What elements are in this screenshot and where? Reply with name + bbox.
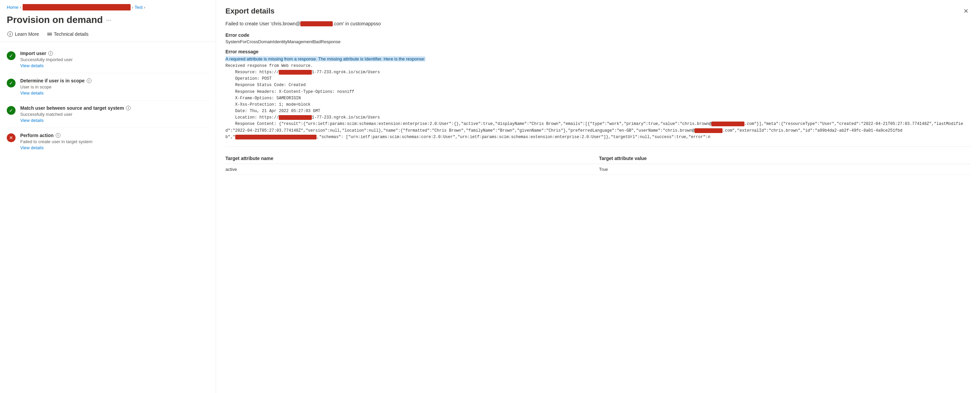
attribute-table: Target attribute name Target attribute v… — [226, 153, 970, 175]
lines-icon — [47, 33, 52, 36]
step-info-icon-4[interactable]: i — [56, 133, 60, 138]
panel-header: Export details ✕ — [226, 7, 970, 16]
email-redacted-2 — [695, 128, 722, 133]
breadcrumb-redacted — [22, 4, 130, 11]
technical-details-label: Technical details — [54, 32, 89, 37]
step-link-1[interactable]: View details — [20, 63, 73, 68]
col-header-value: Target attribute value — [599, 153, 970, 164]
step-content-3: Match user between source and target sys… — [20, 105, 130, 123]
step-desc-1: Successfully imported user — [20, 57, 73, 62]
step-title-4: Perform action i — [20, 133, 92, 138]
step-import-user: ✓ Import user i Successfully imported us… — [7, 46, 209, 73]
step-desc-2: User is in scope — [20, 84, 91, 89]
error-summary-prefix: Failed to create User 'chris.brown@ — [226, 21, 300, 26]
attr-table-body: active True — [226, 164, 970, 175]
attribute-table-section: Target attribute name Target attribute v… — [226, 153, 970, 175]
error-code-label: Error code — [226, 32, 970, 38]
step-title-3: Match user between source and target sys… — [20, 105, 130, 111]
step-content-2: Determine if user is in scope i User is … — [20, 78, 91, 95]
step-title-1: Import user i — [20, 51, 73, 56]
error-message-code: Received response from Web resource. Res… — [226, 63, 970, 140]
page-title: Provision on demand ··· — [0, 13, 216, 28]
breadcrumb-home[interactable]: Home — [7, 5, 19, 10]
resource-redacted — [279, 70, 312, 75]
step-title-text-2: Determine if user is in scope — [20, 78, 85, 83]
step-content-4: Perform action i Failed to create user i… — [20, 133, 92, 150]
step-icon-success-1: ✓ — [7, 51, 16, 60]
breadcrumb-test[interactable]: Test — [135, 5, 143, 10]
location-redacted — [279, 115, 312, 120]
step-icon-success-3: ✓ — [7, 106, 16, 115]
email-redacted-1 — [711, 121, 745, 126]
attr-value-active: True — [599, 164, 970, 175]
breadcrumb-chevron-1: › — [20, 5, 21, 10]
step-match-user: ✓ Match user between source and target s… — [7, 100, 209, 128]
col-header-name: Target attribute name — [226, 153, 599, 164]
close-button[interactable]: ✕ — [961, 7, 970, 16]
right-panel: Export details ✕ Failed to create User '… — [216, 0, 980, 393]
step-perform-action: ✕ Perform action i Failed to create user… — [7, 128, 209, 155]
error-message-label: Error message — [226, 49, 970, 54]
error-highlight-text: A required attribute is missing from a r… — [226, 56, 425, 62]
breadcrumb: Home › › Test › — [0, 0, 216, 13]
step-title-text-4: Perform action — [20, 133, 54, 138]
step-info-icon-2[interactable]: i — [87, 78, 91, 83]
learn-more-button[interactable]: i Learn More — [7, 30, 40, 38]
error-email-redacted — [300, 21, 333, 26]
step-desc-4: Failed to create user in target system — [20, 139, 92, 144]
step-title-text-3: Match user between source and target sys… — [20, 105, 124, 111]
error-code-value: SystemForCrossDomainIdentityManagementBa… — [226, 39, 970, 44]
id-redacted — [235, 135, 317, 140]
step-link-4[interactable]: View details — [20, 145, 92, 150]
breadcrumb-chevron-3: › — [144, 5, 145, 10]
attr-name-active: active — [226, 164, 599, 175]
toolbar: i Learn More Technical details — [0, 28, 216, 42]
step-link-3[interactable]: View details — [20, 118, 130, 123]
error-summary: Failed to create User 'chris.brown@ .com… — [226, 21, 970, 26]
error-code-section: Error code SystemForCrossDomainIdentityM… — [226, 32, 970, 44]
step-info-icon-3[interactable]: i — [126, 106, 130, 110]
panel-title: Export details — [226, 7, 274, 16]
page-title-ellipsis[interactable]: ··· — [106, 16, 111, 24]
error-summary-suffix: .com' in customappsso — [333, 21, 381, 26]
attr-table-header: Target attribute name Target attribute v… — [226, 153, 970, 164]
steps-list: ✓ Import user i Successfully imported us… — [0, 42, 216, 159]
step-link-2[interactable]: View details — [20, 91, 91, 95]
technical-details-button[interactable]: Technical details — [46, 30, 89, 38]
page-title-text: Provision on demand — [7, 14, 103, 25]
breadcrumb-chevron-2: › — [132, 5, 133, 10]
step-title-text-1: Import user — [20, 51, 46, 56]
step-content-1: Import user i Successfully imported user… — [20, 51, 73, 68]
table-row: active True — [226, 164, 970, 175]
step-info-icon-1[interactable]: i — [48, 51, 53, 56]
step-determine-scope: ✓ Determine if user is in scope i User i… — [7, 73, 209, 100]
error-message-section: Error message A required attribute is mi… — [226, 49, 970, 140]
divider — [226, 146, 970, 147]
step-desc-3: Successfully matched user — [20, 112, 130, 117]
step-icon-success-2: ✓ — [7, 79, 16, 88]
error-message-content: A required attribute is missing from a r… — [226, 56, 970, 140]
left-panel: Home › › Test › Provision on demand ··· … — [0, 0, 216, 393]
step-title-2: Determine if user is in scope i — [20, 78, 91, 83]
learn-more-label: Learn More — [15, 32, 39, 37]
step-icon-error-4: ✕ — [7, 134, 16, 142]
info-icon: i — [8, 32, 13, 37]
